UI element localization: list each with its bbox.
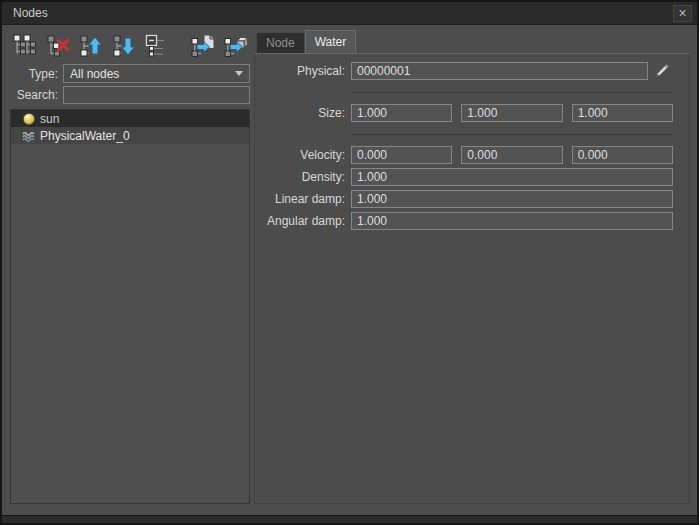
size-y-field[interactable] [461,104,562,122]
density-field[interactable] [351,168,673,186]
density-label: Density: [261,170,351,184]
physical-row: Physical: [261,62,673,80]
velocity-label: Velocity: [261,148,351,162]
window-title: Nodes [13,6,673,20]
tree-export-object-icon [224,34,248,58]
nodes-window: Nodes × [0,0,699,525]
physical-field[interactable] [351,62,648,80]
size-label: Size: [261,106,351,120]
velocity-x-field[interactable] [351,146,452,164]
window-bottom-frame [2,515,697,523]
linear-damp-field[interactable] [351,190,673,208]
tree-export-file-icon [191,34,215,58]
move-node-up-button[interactable] [76,31,105,60]
search-label: Search: [10,88,58,102]
density-row: Density: [261,168,673,186]
separator [351,92,673,93]
left-panel: Type: All nodes Search: [10,30,250,504]
tree-item-sun[interactable]: sun [11,110,249,127]
tree-item-label: sun [40,112,59,126]
tree-move-up-icon [79,34,103,58]
edit-physical-button[interactable] [651,62,673,80]
angular-damp-row: Angular damp: [261,212,673,230]
tree-new-icon [13,34,37,58]
velocity-row: Velocity: [261,146,673,164]
physical-label: Physical: [261,64,351,78]
tab-node[interactable]: Node [256,32,305,53]
tree-item-label: PhysicalWater_0 [40,129,130,143]
water-tab-pane: Physical: Size: [254,53,690,504]
type-dropdown[interactable]: All nodes [63,64,250,83]
titlebar: Nodes × [2,2,697,25]
linear-damp-row: Linear damp: [261,190,673,208]
chevron-down-icon [235,71,243,76]
export-node-to-file-button[interactable] [188,31,217,60]
velocity-y-field[interactable] [461,146,562,164]
type-dropdown-value: All nodes [70,67,119,81]
type-label: Type: [10,67,58,81]
tab-bar: Node Water [254,30,690,53]
velocity-z-field[interactable] [572,146,673,164]
separator [351,134,673,135]
move-node-down-button[interactable] [109,31,138,60]
angular-damp-label: Angular damp: [261,214,351,228]
tree-move-down-icon [112,34,136,58]
size-row: Size: [261,104,673,122]
search-row: Search: [10,86,250,104]
tab-water[interactable]: Water [305,30,357,53]
client-area: Type: All nodes Search: [2,25,697,516]
search-input[interactable] [63,86,250,104]
type-filter-row: Type: All nodes [10,64,250,83]
close-icon[interactable]: × [673,5,692,22]
tree-delete-icon [46,34,70,58]
node-tree[interactable]: sun PhysicalWater_0 [10,109,250,504]
right-panel: Node Water Physical: [254,30,690,504]
delete-node-button[interactable] [43,31,72,60]
new-node-button[interactable] [10,31,39,60]
sun-icon [22,112,37,126]
export-node-to-object-button[interactable] [221,31,250,60]
pencil-icon [653,62,671,80]
linear-damp-label: Linear damp: [261,192,351,206]
water-icon [22,129,37,143]
angular-damp-field[interactable] [351,212,673,230]
tree-collapse-icon [145,34,169,58]
size-x-field[interactable] [351,104,452,122]
toolbar [10,30,250,61]
size-z-field[interactable] [572,104,673,122]
tree-item-physicalwater[interactable]: PhysicalWater_0 [11,127,249,144]
collapse-tree-button[interactable] [142,31,171,60]
